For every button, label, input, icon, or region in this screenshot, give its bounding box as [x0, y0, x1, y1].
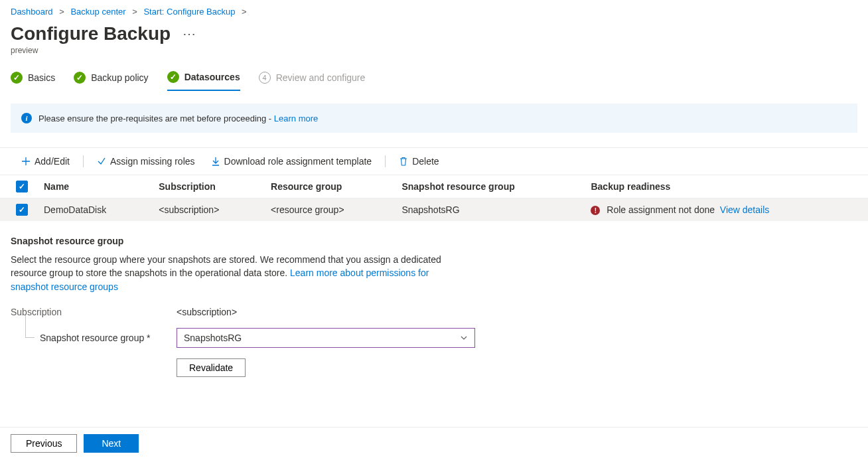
tab-label: Basics — [28, 72, 55, 83]
breadcrumb-sep: > — [59, 7, 64, 17]
info-text: Please ensure the pre-requisites are met… — [38, 114, 274, 123]
grid-toolbar: Add/Edit Assign missing roles Download r… — [0, 147, 868, 175]
download-icon — [211, 157, 220, 166]
info-bar: i Please ensure the pre-requisites are m… — [11, 104, 857, 133]
section-body: Select the resource group where your sna… — [0, 253, 478, 293]
button-label: Assign missing roles — [110, 156, 195, 167]
cell-subscription: <subscription> — [151, 198, 263, 222]
step-number-icon: 4 — [259, 72, 271, 84]
button-label: Download role assignment template — [224, 156, 372, 167]
toolbar-separator — [83, 155, 84, 167]
check-icon: ✓ — [11, 72, 23, 84]
check-icon: ✓ — [74, 72, 86, 84]
col-name: Name — [36, 175, 151, 198]
delete-button[interactable]: Delete — [394, 153, 444, 169]
assign-roles-button[interactable]: Assign missing roles — [92, 153, 200, 169]
trash-icon — [399, 157, 408, 166]
breadcrumb-item-start-configure-backup[interactable]: Start: Configure Backup — [143, 7, 235, 17]
cell-snapshot-rg: SnapshotsRG — [394, 198, 583, 222]
tab-datasources[interactable]: ✓ Datasources — [167, 67, 240, 91]
select-all-checkbox[interactable]: ✓ — [16, 181, 28, 193]
more-actions-icon[interactable]: ⋯ — [182, 27, 196, 40]
wizard-footer: Previous Next — [0, 427, 868, 434]
download-template-button[interactable]: Download role assignment template — [206, 153, 378, 169]
table-row[interactable]: ✓ DemoDataDisk <subscription> <resource … — [0, 198, 868, 222]
label-subscription: Subscription — [11, 307, 177, 317]
page-title: Configure Backup — [11, 23, 171, 44]
cell-name: DemoDataDisk — [36, 198, 151, 222]
info-icon: i — [21, 113, 32, 123]
check-icon — [97, 157, 106, 166]
section-title-snapshot-rg: Snapshot resource group — [0, 221, 868, 253]
chevron-down-icon — [460, 334, 468, 342]
info-learn-more-link[interactable]: Learn more — [274, 114, 318, 123]
tab-label: Backup policy — [91, 72, 148, 83]
col-snapshot-rg: Snapshot resource group — [394, 175, 583, 198]
cell-resource-group: <resource group> — [263, 198, 394, 222]
tab-basics[interactable]: ✓ Basics — [11, 67, 55, 91]
value-subscription: <subscription> — [177, 307, 475, 317]
tab-label: Review and configure — [276, 72, 366, 83]
col-subscription: Subscription — [151, 175, 263, 198]
toolbar-separator — [385, 155, 386, 167]
page-subtitle: preview — [0, 46, 868, 67]
breadcrumb: Dashboard > Backup center > Start: Confi… — [0, 0, 868, 19]
breadcrumb-sep: > — [132, 7, 137, 17]
tab-label: Datasources — [184, 72, 240, 82]
select-value: SnapshotsRG — [184, 333, 242, 343]
breadcrumb-sep: > — [242, 7, 247, 17]
row-checkbox[interactable]: ✓ — [16, 204, 28, 216]
plus-icon — [21, 157, 31, 166]
wizard-tabs: ✓ Basics ✓ Backup policy ✓ Datasources 4… — [0, 67, 868, 92]
error-icon: ! — [591, 206, 600, 215]
add-edit-button[interactable]: Add/Edit — [16, 153, 75, 169]
col-resource-group: Resource group — [263, 175, 394, 198]
label-snapshot-rg: Snapshot resource group * — [11, 333, 177, 343]
tree-connector-icon — [25, 315, 35, 338]
readiness-text: Role assignment not done — [607, 204, 715, 215]
breadcrumb-item-backup-center[interactable]: Backup center — [70, 7, 125, 17]
view-details-link[interactable]: View details — [720, 204, 769, 215]
tab-review-configure: 4 Review and configure — [259, 67, 366, 91]
cell-readiness: ! Role assignment not done View details — [583, 198, 868, 222]
check-icon: ✓ — [167, 71, 179, 83]
button-label: Add/Edit — [35, 156, 70, 167]
breadcrumb-item-dashboard[interactable]: Dashboard — [11, 7, 53, 17]
datasources-table: ✓ Name Subscription Resource group Snaps… — [0, 175, 868, 221]
button-label: Delete — [412, 156, 439, 167]
revalidate-button[interactable]: Revalidate — [177, 358, 246, 377]
col-readiness: Backup readiness — [583, 175, 868, 198]
snapshot-rg-select[interactable]: SnapshotsRG — [177, 328, 475, 348]
tab-backup-policy[interactable]: ✓ Backup policy — [74, 67, 148, 91]
